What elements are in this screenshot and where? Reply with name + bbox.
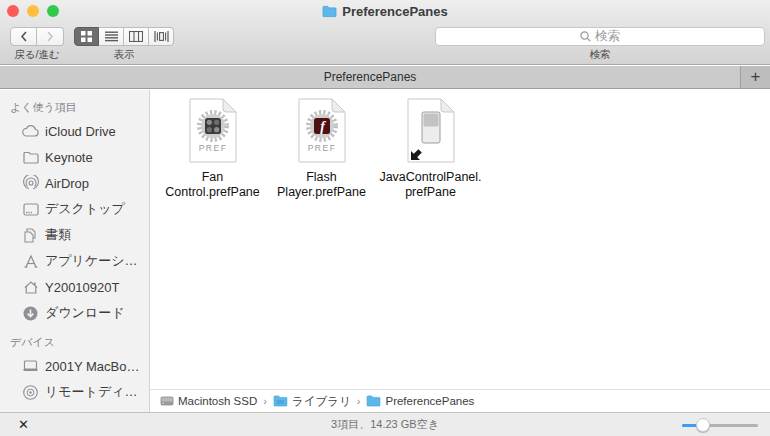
status-bar: ✕ 3項目、14.23 GB空き [0, 412, 770, 436]
file-fan-control[interactable]: PREF Fan Control.prefPane [158, 98, 267, 200]
sidebar-item-partial[interactable] [0, 405, 149, 412]
file-name: Fan Control.prefPane [165, 170, 260, 200]
blue-folder-icon [273, 395, 288, 407]
sidebar-item-label: AirDrop [45, 176, 89, 191]
sidebar-item-label: 書類 [45, 226, 71, 244]
drive-icon [160, 395, 174, 407]
airdrop-icon [22, 175, 39, 192]
path-item-library[interactable]: ライブラリ [273, 394, 351, 409]
pref-badge: PREF [198, 143, 227, 153]
search-label: 検索 [590, 48, 611, 62]
sidebar-item-keynote[interactable]: Keynote [0, 144, 149, 170]
sidebar-item-label: Keynote [45, 150, 93, 165]
path-label: PreferencePanes [385, 395, 474, 407]
sidebar-item-label: ダウンロード [45, 304, 125, 322]
prefpane-flash-icon: f PREF [294, 98, 350, 164]
nav-label: 戻る/進む [14, 48, 59, 62]
sidebar-item-documents[interactable]: 書類 [0, 222, 149, 248]
titlebar[interactable]: PreferencePanes [0, 0, 770, 22]
window-header: PreferencePanes 戻る/進む [0, 0, 770, 65]
documents-icon [22, 227, 39, 244]
view-columns-button[interactable] [124, 27, 149, 46]
home-icon [22, 279, 39, 296]
sidebar: よく使う項目 iCloud Drive Keynote [0, 90, 150, 412]
path-label: ライブラリ [292, 394, 351, 409]
file-name: JavaControlPanel. prefPane [379, 170, 481, 200]
blue-folder-icon [366, 395, 381, 407]
remote-disc-icon [22, 384, 39, 401]
sidebar-item-desktop[interactable]: デスクトップ [0, 196, 149, 222]
applications-icon [22, 253, 39, 270]
sidebar-item-label: Y20010920T [45, 280, 119, 295]
path-separator: › [262, 395, 268, 407]
sidebar-item-home[interactable]: Y20010920T [0, 274, 149, 300]
slider-thumb[interactable] [696, 418, 710, 432]
folder-icon [22, 149, 39, 166]
finder-window: PreferencePanes 戻る/進む [0, 0, 770, 436]
desktop-icon [22, 201, 39, 218]
nav-group: 戻る/進む [10, 27, 64, 62]
chevron-right-icon [46, 31, 54, 42]
sidebar-item-label: デスクトップ [45, 200, 125, 218]
coverflow-view-icon [154, 31, 169, 42]
sidebar-item-label: iCloud Drive [45, 124, 116, 139]
columns-view-icon [129, 31, 143, 42]
view-icons-button[interactable] [74, 27, 99, 46]
alias-switch-icon [403, 98, 459, 164]
toolbar: 戻る/進む [0, 22, 770, 64]
tab-bar: PreferencePanes + [0, 66, 770, 89]
sidebar-item-downloads[interactable]: ダウンロード [0, 300, 149, 326]
search-input[interactable]: 検索 [435, 27, 765, 46]
view-label: 表示 [114, 48, 135, 62]
sidebar-section-devices: デバイス [0, 331, 149, 353]
view-coverflow-button[interactable] [149, 27, 174, 46]
tab-preferencepanes[interactable]: PreferencePanes [0, 66, 741, 88]
list-view-icon [105, 31, 118, 42]
tab-label: PreferencePanes [324, 70, 417, 84]
forward-button[interactable] [37, 27, 64, 46]
sidebar-item-applications[interactable]: アプリケーシ… [0, 248, 149, 274]
search-icon [580, 31, 591, 42]
title-wrap: PreferencePanes [0, 0, 770, 22]
file-grid: PREF Fan Control.prefPane [158, 98, 485, 200]
back-button[interactable] [10, 27, 37, 46]
plus-icon: + [751, 67, 761, 87]
sidebar-item-icloud-drive[interactable]: iCloud Drive [0, 118, 149, 144]
window-title: PreferencePanes [342, 4, 448, 19]
path-item-preferencepanes[interactable]: PreferencePanes [366, 395, 474, 407]
path-separator: › [356, 395, 362, 407]
status-text: 3項目、14.23 GB空き [0, 417, 770, 432]
sidebar-item-macbook[interactable]: 2001Y MacBo… [0, 353, 149, 379]
title-folder-icon [322, 5, 337, 18]
downloads-icon [22, 305, 39, 322]
search-group: 検索 検索 [435, 27, 765, 62]
file-name: Flash Player.prefPane [277, 170, 366, 200]
sidebar-item-label: アプリケーシ… [45, 252, 138, 270]
new-tab-button[interactable]: + [741, 66, 770, 88]
sidebar-item-label: リモートディ… [45, 383, 138, 401]
grid-view-icon [81, 31, 92, 42]
file-flash-player[interactable]: f PREF Flash Player.prefPane [267, 98, 376, 200]
laptop-icon [22, 358, 39, 375]
icloud-icon [22, 123, 39, 140]
sidebar-item-label: 2001Y MacBo… [45, 359, 139, 374]
icon-size-slider[interactable] [682, 418, 758, 432]
view-list-button[interactable] [99, 27, 124, 46]
search-placeholder: 検索 [595, 28, 620, 45]
sidebar-section-favorites: よく使う項目 [0, 96, 149, 118]
file-java-control-panel[interactable]: JavaControlPanel. prefPane [376, 98, 485, 200]
path-bar: Macintosh SSD › ライブラリ › PreferencePanes [150, 389, 770, 412]
chevron-left-icon [20, 31, 28, 42]
pref-badge: PREF [307, 143, 336, 153]
path-item-macintosh-ssd[interactable]: Macintosh SSD [160, 395, 257, 407]
path-label: Macintosh SSD [178, 395, 257, 407]
prefpane-fan-icon: PREF [185, 98, 241, 164]
main-area: よく使う項目 iCloud Drive Keynote [0, 90, 770, 412]
content-area[interactable]: PREF Fan Control.prefPane [150, 90, 770, 412]
sidebar-item-remote-disc[interactable]: リモートディ… [0, 379, 149, 405]
view-group: 表示 [74, 27, 174, 62]
sidebar-item-airdrop[interactable]: AirDrop [0, 170, 149, 196]
